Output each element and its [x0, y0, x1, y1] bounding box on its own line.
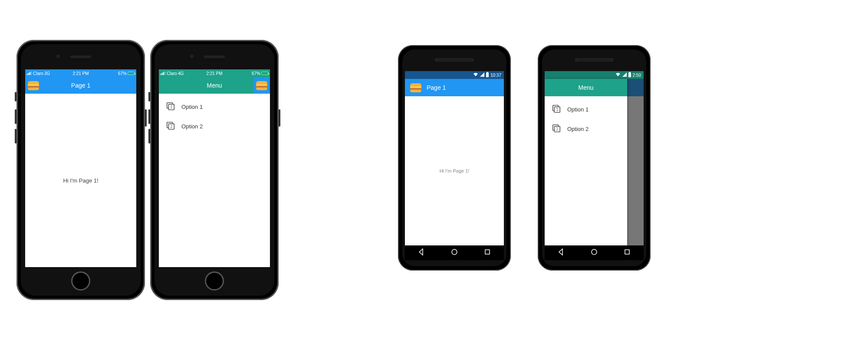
hamburger-icon	[256, 81, 267, 90]
svg-point-22	[592, 249, 597, 255]
svg-text:1: 1	[556, 108, 558, 112]
content-text: Hi I'm Page 1!	[440, 168, 470, 173]
clock-label: 2:21 PM	[72, 71, 89, 76]
wifi-icon	[615, 72, 621, 78]
battery-icon	[261, 72, 268, 75]
underlying-page-strip[interactable]	[253, 77, 270, 94]
menu-item-label: Option 2	[181, 123, 203, 130]
android-nav-bar	[405, 245, 504, 260]
battery-pct-label: 67%	[252, 71, 260, 76]
clock-label: 10:37	[490, 73, 501, 78]
svg-text:1: 1	[170, 105, 172, 109]
status-bar: Claro 4G 2:21 PM 67%	[159, 69, 270, 77]
android-nav-bar	[545, 245, 644, 260]
back-button[interactable]	[557, 248, 565, 258]
recent-apps-button[interactable]	[483, 248, 491, 258]
content-text: Hi I'm Page 1!	[63, 177, 98, 184]
carrier-label: Claro	[167, 71, 177, 76]
svg-rect-2	[30, 72, 30, 75]
filter-2-icon: 2	[552, 124, 561, 134]
app-bar: Page 1	[25, 77, 136, 94]
hamburger-icon	[410, 83, 421, 92]
status-bar: Claro 3G 2:21 PM 67%	[25, 69, 136, 77]
battery-icon	[486, 73, 489, 77]
battery-icon	[128, 72, 135, 75]
status-bar: 2:50	[545, 71, 644, 79]
svg-rect-23	[625, 250, 629, 254]
svg-text:2: 2	[556, 127, 558, 131]
back-button[interactable]	[418, 248, 425, 258]
svg-rect-4	[161, 74, 161, 75]
hamburger-menu-button[interactable]	[410, 83, 421, 92]
menu-item-label: Option 1	[181, 104, 203, 110]
android-device-2: 2:50 Menu 1 Option 1	[538, 45, 651, 271]
carrier-label: Claro	[33, 71, 43, 76]
svg-text:2: 2	[170, 124, 172, 129]
battery-pct-label: 67%	[118, 71, 127, 76]
underlying-page-strip[interactable]	[627, 79, 644, 96]
svg-rect-6	[163, 72, 164, 75]
svg-rect-15	[485, 250, 490, 254]
iphone-device-1: Claro 3G 2:21 PM 67% Page 1	[16, 40, 145, 300]
network-label: 3G	[44, 71, 50, 76]
clock-label: 2:50	[633, 73, 641, 78]
iphone-device-2: Claro 4G 2:21 PM 67% Menu	[150, 40, 279, 300]
drawer-menu-list: 1 Option 1 2 Option 2	[159, 94, 270, 267]
svg-rect-3	[31, 72, 32, 75]
wifi-icon	[473, 72, 478, 78]
network-label: 4G	[178, 71, 184, 76]
filter-2-icon: 2	[166, 121, 175, 132]
home-button[interactable]	[450, 248, 458, 258]
menu-item-option-1[interactable]: 1 Option 1	[159, 97, 270, 117]
home-button[interactable]	[590, 248, 598, 258]
page-content: Hi I'm Page 1!	[405, 96, 504, 245]
recent-apps-button[interactable]	[623, 248, 631, 258]
signal-icon	[622, 72, 627, 78]
menu-item-option-2[interactable]: 2 Option 2	[159, 117, 270, 136]
drawer-title: Menu	[578, 84, 593, 91]
signal-icon	[161, 71, 166, 76]
page-title: Page 1	[71, 82, 90, 89]
clock-label: 2:21 PM	[206, 71, 222, 76]
menu-item-label: Option 2	[567, 126, 589, 132]
drawer-menu-list: 1 Option 1 2 Option 2	[545, 96, 627, 245]
filter-1-icon: 1	[552, 104, 561, 115]
filter-1-icon: 1	[166, 101, 175, 112]
drawer-title: Menu	[207, 82, 222, 89]
page-title: Page 1	[427, 84, 446, 91]
signal-icon	[480, 72, 484, 78]
drawer-panel: Menu 1 Option 1 2	[545, 79, 627, 245]
svg-rect-5	[162, 73, 163, 75]
svg-rect-7	[164, 72, 165, 75]
drawer-container: Menu 1 Option 1 2	[545, 79, 644, 245]
menu-item-label: Option 1	[567, 106, 589, 113]
svg-point-14	[452, 249, 457, 255]
drawer-header: Menu	[545, 79, 627, 96]
hamburger-menu-button[interactable]	[28, 81, 39, 90]
android-device-1: 10:37 Page 1 Hi I'm Page 1!	[398, 45, 511, 271]
menu-item-option-1[interactable]: 1 Option 1	[545, 100, 627, 119]
page-content: Hi I'm Page 1!	[25, 94, 136, 267]
drawer-header: Menu	[159, 77, 270, 94]
svg-rect-1	[28, 73, 29, 75]
app-bar: Page 1	[405, 79, 504, 96]
signal-icon	[27, 71, 32, 76]
menu-item-option-2[interactable]: 2 Option 2	[545, 119, 627, 139]
hamburger-icon	[28, 81, 39, 90]
status-bar: 10:37	[405, 71, 504, 79]
svg-rect-0	[27, 74, 28, 75]
battery-icon	[628, 73, 631, 77]
